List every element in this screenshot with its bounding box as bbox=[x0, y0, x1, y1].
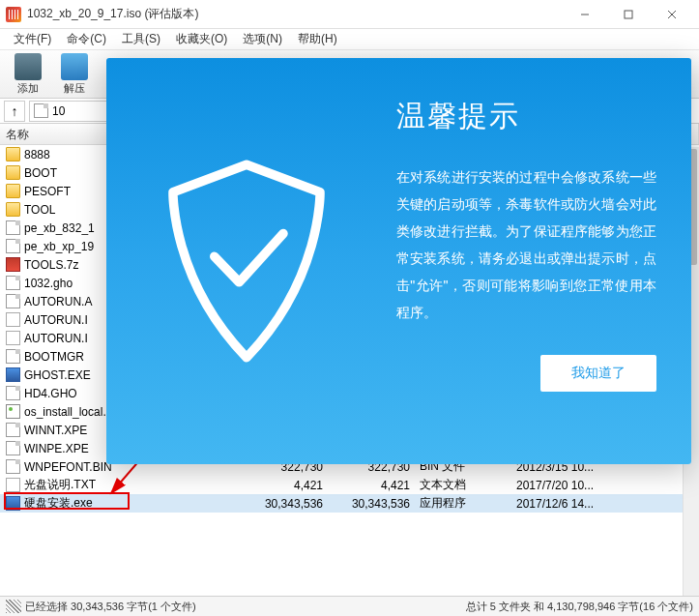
file-icon bbox=[6, 441, 20, 455]
up-button[interactable]: ↑ bbox=[4, 101, 25, 122]
file-size: 4,421 bbox=[242, 479, 329, 492]
file-packed-size: 30,343,536 bbox=[329, 497, 416, 511]
file-icon bbox=[6, 239, 20, 253]
ok-button[interactable]: 我知道了 bbox=[540, 355, 656, 392]
file-name: GHOST.EXE bbox=[24, 368, 91, 382]
window-title: 1032_xb_20_9_17.iso (评估版本) bbox=[27, 6, 563, 22]
file-icon bbox=[6, 294, 20, 308]
status-total: 总计 5 文件夹 和 4,130,798,946 字节(16 个文件) bbox=[466, 600, 693, 614]
tip-dialog: 温馨提示 在对系统进行安装的过程中会修改系统一些关键的启动项等，杀毒软件或防火墙… bbox=[106, 58, 691, 464]
minimize-button[interactable] bbox=[563, 0, 606, 29]
file-size: 30,343,536 bbox=[242, 497, 329, 511]
maximize-button[interactable] bbox=[606, 0, 650, 29]
file-name: PESOFT bbox=[24, 185, 71, 198]
file-icon bbox=[6, 367, 20, 382]
file-icon bbox=[6, 276, 20, 290]
status-selected: 已经选择 30,343,536 字节(1 个文件) bbox=[25, 600, 196, 614]
close-button[interactable] bbox=[650, 0, 693, 29]
file-name: WNPEFONT.BIN bbox=[24, 460, 112, 474]
file-icon bbox=[6, 147, 20, 161]
toolbar-icon bbox=[15, 53, 42, 80]
menu-item[interactable]: 命令(C) bbox=[59, 29, 114, 49]
dialog-icon-area bbox=[106, 58, 387, 464]
menu-item[interactable]: 文件(F) bbox=[6, 29, 59, 49]
file-icon bbox=[6, 257, 20, 272]
svg-rect-0 bbox=[625, 11, 632, 18]
file-icon bbox=[6, 423, 20, 437]
file-name: AUTORUN.I bbox=[24, 313, 88, 327]
file-modified: 2017/7/20 10... bbox=[512, 479, 699, 492]
file-name: pe_xb_xp_19 bbox=[24, 240, 94, 253]
path-text: 10 bbox=[52, 104, 65, 118]
file-name: pe_xb_832_1 bbox=[24, 221, 95, 235]
file-icon bbox=[6, 184, 20, 198]
file-icon bbox=[6, 312, 20, 327]
file-icon bbox=[6, 459, 20, 474]
file-type: 应用程序 bbox=[416, 495, 512, 512]
menu-item[interactable]: 帮助(H) bbox=[290, 29, 345, 49]
file-type: 文本文档 bbox=[416, 477, 512, 493]
toolbar-button[interactable]: 解压 bbox=[52, 53, 97, 96]
file-icon bbox=[6, 478, 20, 492]
toolbar-icon bbox=[61, 53, 88, 80]
file-name: os_install_local.ini bbox=[24, 405, 118, 419]
file-name: WINPE.XPE bbox=[24, 442, 89, 455]
file-icon bbox=[6, 496, 20, 511]
file-name: 光盘说明.TXT bbox=[24, 477, 96, 493]
toolbar-label: 解压 bbox=[64, 81, 85, 96]
file-name: TOOL bbox=[24, 203, 55, 217]
grip-icon bbox=[6, 600, 21, 613]
file-icon bbox=[6, 202, 20, 217]
file-icon bbox=[6, 404, 20, 419]
file-name: 1032.gho bbox=[24, 277, 73, 290]
file-name: WINNT.XPE bbox=[24, 424, 87, 437]
file-name: AUTORUN.I bbox=[24, 332, 88, 345]
file-name: BOOTMGR bbox=[24, 350, 84, 364]
app-icon bbox=[6, 7, 21, 22]
file-name: 硬盘安装.exe bbox=[24, 495, 93, 512]
dialog-title: 温馨提示 bbox=[396, 97, 656, 136]
file-modified: 2017/12/6 14... bbox=[512, 497, 699, 511]
menu-item[interactable]: 工具(S) bbox=[114, 29, 168, 49]
file-name: TOOLS.7z bbox=[24, 258, 78, 272]
window-controls bbox=[563, 0, 693, 29]
disc-icon bbox=[34, 103, 48, 118]
statusbar: 已经选择 30,343,536 字节(1 个文件) 总计 5 文件夹 和 4,1… bbox=[0, 596, 699, 616]
file-icon bbox=[6, 386, 20, 400]
file-name: BOOT bbox=[24, 166, 57, 180]
file-icon bbox=[6, 220, 20, 235]
file-icon bbox=[6, 165, 20, 180]
file-name: HD4.GHO bbox=[24, 387, 77, 400]
toolbar-button[interactable]: 添加 bbox=[6, 53, 50, 96]
dialog-content: 温馨提示 在对系统进行安装的过程中会修改系统一些关键的启动项等，杀毒软件或防火墙… bbox=[387, 58, 691, 464]
file-name: 8888 bbox=[24, 148, 50, 161]
shield-icon bbox=[155, 155, 338, 367]
file-packed-size: 4,421 bbox=[329, 479, 416, 492]
file-icon bbox=[6, 349, 20, 364]
file-name: AUTORUN.A bbox=[24, 295, 92, 308]
toolbar-label: 添加 bbox=[17, 81, 39, 96]
table-row[interactable]: 硬盘安装.exe30,343,53630,343,536应用程序2017/12/… bbox=[0, 494, 699, 513]
titlebar: 1032_xb_20_9_17.iso (评估版本) bbox=[0, 0, 699, 29]
file-icon bbox=[6, 331, 20, 345]
menu-item[interactable]: 选项(N) bbox=[235, 29, 290, 49]
dialog-body: 在对系统进行安装的过程中会修改系统一些关键的启动项等，杀毒软件或防火墙会对此类修… bbox=[396, 163, 656, 326]
menu-item[interactable]: 收藏夹(O) bbox=[168, 29, 235, 49]
table-row[interactable]: 光盘说明.TXT4,4214,421文本文档2017/7/20 10... bbox=[0, 476, 699, 494]
menubar: 文件(F)命令(C)工具(S)收藏夹(O)选项(N)帮助(H) bbox=[0, 29, 699, 50]
